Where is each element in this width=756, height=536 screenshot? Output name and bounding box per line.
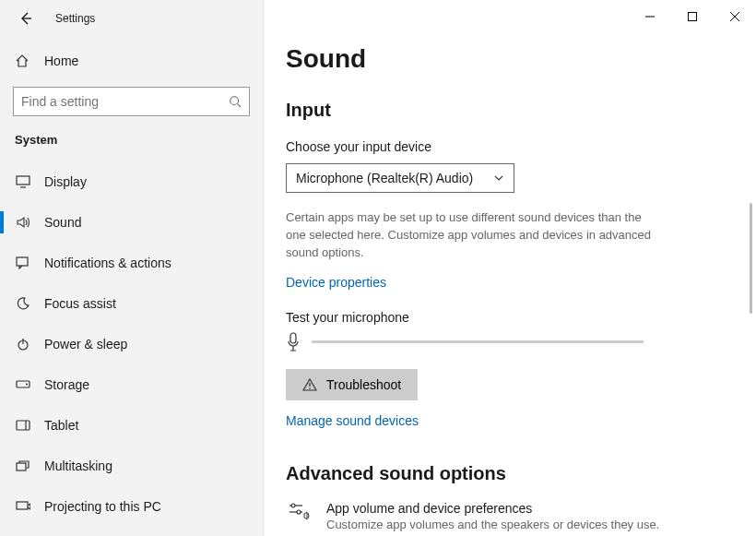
mic-level-meter — [312, 340, 644, 343]
page-title: Sound — [286, 44, 734, 74]
sidebar-item-label: Storage — [44, 377, 89, 392]
svg-point-20 — [309, 387, 311, 389]
svg-point-24 — [297, 510, 301, 514]
adv-item-title: App volume and device preferences — [326, 501, 659, 516]
device-properties-link[interactable]: Device properties — [286, 275, 386, 290]
sidebar-item-sound[interactable]: Sound — [0, 202, 263, 243]
close-button[interactable] — [721, 6, 749, 28]
svg-rect-12 — [17, 463, 26, 470]
app-volume-prefs-item[interactable]: App volume and device preferences Custom… — [286, 501, 734, 531]
warning-icon — [302, 378, 317, 391]
scrollbar[interactable] — [750, 203, 752, 314]
input-device-value: Microphone (Realtek(R) Audio) — [296, 171, 493, 185]
maximize-icon — [687, 11, 698, 22]
svg-point-1 — [230, 97, 239, 105]
manage-sound-devices-link[interactable]: Manage sound devices — [286, 413, 419, 428]
home-nav[interactable]: Home — [0, 44, 263, 77]
sidebar-item-label: Notifications & actions — [44, 256, 171, 270]
advanced-section-title: Advanced sound options — [286, 463, 734, 484]
sidebar-item-power[interactable]: Power & sleep — [0, 324, 263, 364]
storage-icon — [15, 380, 31, 389]
sidebar-item-label: Projecting to this PC — [44, 499, 161, 514]
sidebar-item-label: Sound — [44, 215, 81, 230]
minimize-button[interactable] — [636, 6, 664, 28]
sidebar-item-projecting[interactable]: Projecting to this PC — [0, 486, 263, 527]
minimize-icon — [644, 11, 656, 22]
sidebar-item-label: Power & sleep — [44, 337, 127, 351]
sidebar-section-label: System — [0, 129, 263, 161]
search-field[interactable] — [21, 94, 229, 109]
search-input[interactable] — [13, 87, 250, 116]
mic-meter-row — [286, 332, 734, 352]
svg-rect-5 — [17, 257, 28, 266]
test-mic-label: Test your microphone — [286, 310, 734, 325]
nav-list: Display Sound Notifications & actions Fo… — [0, 161, 263, 527]
home-icon — [15, 54, 31, 68]
back-button[interactable] — [15, 7, 37, 30]
sidebar-item-storage[interactable]: Storage — [0, 364, 263, 405]
chevron-down-icon — [493, 173, 504, 184]
maximize-button[interactable] — [679, 6, 706, 28]
svg-point-22 — [291, 504, 295, 507]
svg-rect-10 — [17, 421, 30, 430]
sidebar-item-label: Tablet — [44, 418, 78, 433]
sound-icon — [15, 216, 31, 229]
power-icon — [15, 338, 31, 351]
svg-rect-13 — [17, 502, 28, 509]
svg-line-2 — [238, 104, 242, 108]
projecting-icon — [15, 501, 31, 512]
svg-rect-18 — [290, 333, 296, 343]
troubleshoot-label: Troubleshoot — [326, 377, 401, 392]
adv-item-desc: Customize app volumes and the speakers o… — [326, 518, 659, 531]
sidebar-item-label: Display — [44, 174, 87, 189]
display-icon — [15, 175, 31, 188]
sidebar-item-label: Multitasking — [44, 459, 112, 473]
notifications-icon — [15, 256, 31, 269]
tablet-icon — [15, 420, 31, 431]
svg-rect-15 — [689, 13, 697, 21]
home-label: Home — [44, 54, 78, 68]
input-help-text: Certain apps may be set up to use differ… — [286, 209, 655, 262]
choose-input-label: Choose your input device — [286, 139, 734, 154]
sidebar-item-label: Focus assist — [44, 296, 116, 311]
arrow-left-icon — [18, 11, 33, 26]
window-controls — [636, 6, 749, 28]
sidebar-item-notifications[interactable]: Notifications & actions — [0, 243, 263, 283]
window-title: Settings — [55, 12, 95, 25]
sidebar: Settings Home System Display Sound Notif… — [0, 0, 264, 536]
microphone-icon — [286, 332, 301, 352]
sliders-icon — [286, 501, 312, 531]
troubleshoot-button[interactable]: Troubleshoot — [286, 369, 418, 400]
sidebar-item-display[interactable]: Display — [0, 161, 263, 202]
main-content: Sound Input Choose your input device Mic… — [264, 0, 756, 536]
sidebar-item-multitasking[interactable]: Multitasking — [0, 446, 263, 486]
search-icon — [229, 95, 242, 108]
svg-rect-3 — [17, 176, 30, 185]
search-wrap — [13, 87, 250, 116]
svg-point-9 — [26, 384, 28, 386]
multitasking-icon — [15, 460, 31, 471]
sidebar-item-tablet[interactable]: Tablet — [0, 405, 263, 446]
input-section-title: Input — [286, 100, 734, 121]
titlebar: Settings — [0, 0, 263, 37]
moon-icon — [15, 297, 31, 310]
input-device-select[interactable]: Microphone (Realtek(R) Audio) — [286, 163, 514, 193]
close-icon — [729, 11, 740, 22]
sidebar-item-focus[interactable]: Focus assist — [0, 283, 263, 324]
